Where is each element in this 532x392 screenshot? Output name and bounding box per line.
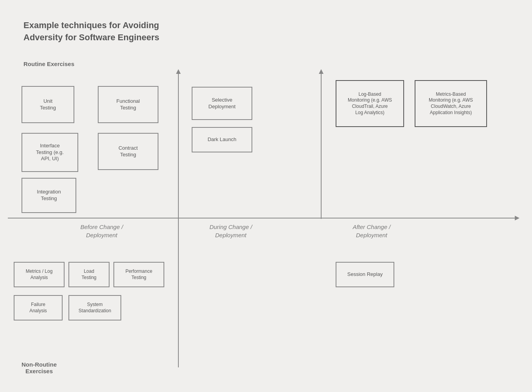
routine-exercises-label: Routine Exercises [23, 61, 74, 67]
metrics-based-monitoring-box: Metrics-BasedMonitoring (e.g. AWSCloudWa… [415, 80, 487, 127]
vertical-axis-left-bottom [178, 242, 179, 367]
non-routine-label: Non-RoutineExercises [22, 361, 57, 374]
metrics-log-analysis-box: Metrics / LogAnalysis [14, 262, 65, 287]
diagram-container: Example techniques for Avoiding Adversit… [0, 0, 532, 392]
session-replay-box: Session Replay [336, 262, 394, 287]
axis-label-after: After Change /Deployment [332, 223, 411, 239]
axis-label-during: During Change /Deployment [192, 223, 270, 239]
vertical-axis-right [321, 72, 322, 219]
functional-testing-box: Functional Testing [98, 86, 158, 123]
axis-label-before: Before Change /Deployment [63, 223, 141, 239]
performance-testing-box: PerformanceTesting [113, 262, 164, 287]
selective-deployment-box: Selective Deployment [192, 87, 252, 120]
load-testing-box: LoadTesting [68, 262, 110, 287]
integration-testing-box: Integration Testing [22, 178, 76, 213]
dark-launch-box: Dark Launch [192, 127, 252, 152]
contract-testing-box: Contract Testing [98, 133, 158, 170]
title-line2: Adversity for Software Engineers [23, 32, 159, 42]
horizontal-axis [8, 218, 516, 218]
failure-analysis-box: Failure Analysis [14, 295, 63, 320]
system-standardization-box: SystemStandardization [68, 295, 121, 320]
main-title: Example techniques for Avoiding Adversit… [23, 20, 159, 44]
interface-testing-box: InterfaceTesting (e.g.API, UI) [22, 133, 78, 172]
vertical-axis-left [178, 72, 179, 244]
unit-testing-box: Unit Testing [22, 86, 74, 123]
log-based-monitoring-box: Log-BasedMonitoring (e.g. AWSCloudTrail,… [336, 80, 404, 127]
title-line1: Example techniques for Avoiding [23, 20, 159, 30]
